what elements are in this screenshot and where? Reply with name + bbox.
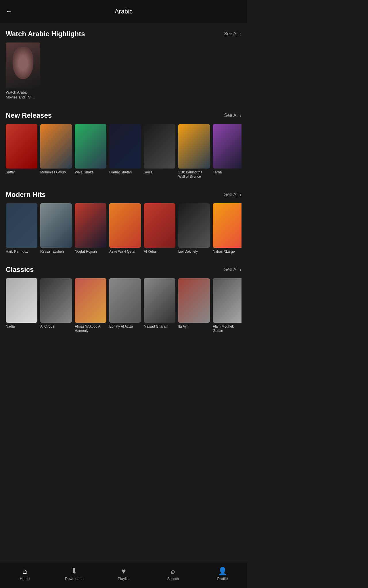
movie-poster-harb	[6, 203, 37, 248]
back-button[interactable]: ←	[6, 8, 12, 15]
movie-poster-alkebar	[144, 203, 175, 248]
nav-label-home: Home	[20, 577, 30, 581]
modern-hits-row: Harb KarmouzRsasa TayshehNoqtat RojouhAs…	[6, 203, 241, 254]
movie-title-nahas: Nahas XLarge	[213, 249, 241, 254]
movie-poster-luebat	[109, 124, 141, 169]
profile-icon: 👤	[218, 567, 227, 575]
highlight-poster	[6, 42, 40, 88]
new-releases-see-all[interactable]: See All	[224, 112, 241, 119]
nav-item-home[interactable]: ⌂Home	[13, 567, 36, 581]
movie-item-wala[interactable]: Wala Ghalta	[75, 124, 106, 179]
content-area: Watch Arabic Highlights See All Watch Ar…	[0, 23, 247, 367]
highlights-see-all[interactable]: See All	[224, 31, 241, 37]
movie-item-soula[interactable]: Soula	[144, 124, 175, 179]
nav-item-profile[interactable]: 👤Profile	[211, 567, 234, 581]
movie-item-ila[interactable]: Ila Ayn	[178, 278, 210, 333]
movie-poster-ebnaty	[109, 278, 141, 323]
highlights-row: Watch Arabic Movies and TV ...	[6, 42, 241, 100]
highlight-item[interactable]: Watch Arabic Movies and TV ...	[6, 42, 40, 100]
classics-header: Classics See All	[6, 266, 241, 274]
movie-title-soula: Soula	[144, 170, 175, 175]
movie-title-wala: Wala Ghalta	[75, 170, 106, 175]
new-releases-section: New Releases See All SattarMommies Group…	[0, 105, 247, 184]
classics-section: Classics See All NadiaAl CirqueAlmaz W A…	[0, 259, 247, 338]
highlights-section: Watch Arabic Highlights See All Watch Ar…	[0, 23, 247, 105]
page-title: Arabic	[115, 8, 133, 15]
movie-title-alkebar: Al Kebar	[144, 249, 175, 254]
movie-poster-mommies	[40, 124, 72, 169]
movie-title-sattar: Sattar	[6, 170, 37, 175]
nav-label-profile: Profile	[217, 577, 228, 581]
movie-item-liel[interactable]: Liel Dakhiely	[178, 203, 210, 254]
movie-item-mommies[interactable]: Mommies Group	[40, 124, 72, 179]
new-releases-header: New Releases See All	[6, 111, 241, 119]
movie-item-sattar[interactable]: Sattar	[6, 124, 37, 179]
nav-item-downloads[interactable]: ⬇Downloads	[63, 567, 86, 581]
movie-poster-farha	[213, 124, 241, 169]
movie-title-nadia: Nadia	[6, 324, 37, 329]
movie-item-luebat[interactable]: Luebat Shetan	[109, 124, 141, 179]
movie-title-rsasa: Rsasa Taysheh	[40, 249, 72, 254]
new-releases-title: New Releases	[6, 111, 52, 119]
nav-label-playlist: Playlist	[118, 577, 129, 581]
movie-item-rsasa[interactable]: Rsasa Taysheh	[40, 203, 72, 254]
search-icon: ⌕	[171, 567, 175, 575]
movie-item-alkebar[interactable]: Al Kebar	[144, 203, 175, 254]
movie-poster-soula	[144, 124, 175, 169]
movie-title-liel: Liel Dakhiely	[178, 249, 210, 254]
movie-item-farha[interactable]: Farha	[213, 124, 241, 179]
highlights-header: Watch Arabic Highlights See All	[6, 30, 241, 38]
movie-title-218: 218: Behind the Wall of Silence	[178, 170, 210, 179]
movie-title-cirque: Al Cirque	[40, 324, 72, 329]
movie-title-ila: Ila Ayn	[178, 324, 210, 329]
movie-item-218[interactable]: 218: Behind the Wall of Silence	[178, 124, 210, 179]
classics-see-all[interactable]: See All	[224, 266, 241, 273]
bottom-nav: ⌂Home⬇Downloads♥Playlist⌕Search👤Profile	[0, 562, 247, 588]
movie-poster-sattar	[6, 124, 37, 169]
modern-hits-section: Modern Hits See All Harb KarmouzRsasa Ta…	[0, 184, 247, 259]
movie-title-mommies: Mommies Group	[40, 170, 72, 175]
movie-poster-liel	[178, 203, 210, 248]
nav-label-search: Search	[167, 577, 179, 581]
nav-item-playlist[interactable]: ♥Playlist	[112, 567, 135, 581]
movie-title-luebat: Luebat Shetan	[109, 170, 141, 175]
page-header: ← Arabic	[0, 0, 247, 23]
home-icon: ⌂	[22, 567, 27, 575]
modern-hits-title: Modern Hits	[6, 191, 46, 199]
movie-title-noqtat: Noqtat Rojouh	[75, 249, 106, 254]
movie-title-farha: Farha	[213, 170, 241, 175]
movie-item-nadia[interactable]: Nadia	[6, 278, 37, 333]
movie-poster-ila	[178, 278, 210, 323]
movie-poster-mawad	[144, 278, 175, 323]
movie-poster-nahas	[213, 203, 241, 248]
movie-item-harb[interactable]: Harb Karmouz	[6, 203, 37, 254]
movie-poster-cirque	[40, 278, 72, 323]
new-releases-row: SattarMommies GroupWala GhaltaLuebat She…	[6, 124, 241, 179]
movie-title-harb: Harb Karmouz	[6, 249, 37, 254]
movie-item-nahas[interactable]: Nahas XLarge	[213, 203, 241, 254]
classics-row: NadiaAl CirqueAlmaz W Abdo Al HamoulyEbn…	[6, 278, 241, 333]
movie-title-alam: Alam Modhek Gedan	[213, 324, 241, 333]
movie-item-noqtat[interactable]: Noqtat Rojouh	[75, 203, 106, 254]
movie-poster-asad	[109, 203, 141, 248]
nav-item-search[interactable]: ⌕Search	[162, 567, 185, 581]
movie-poster-noqtat	[75, 203, 106, 248]
modern-hits-see-all[interactable]: See All	[224, 191, 241, 198]
movie-item-alam[interactable]: Alam Modhek Gedan	[213, 278, 241, 333]
movie-poster-wala	[75, 124, 106, 169]
modern-hits-header: Modern Hits See All	[6, 191, 241, 199]
nav-label-downloads: Downloads	[65, 577, 83, 581]
movie-item-asad[interactable]: Asad Wa 4 Qetat	[109, 203, 141, 254]
movie-poster-nadia	[6, 278, 37, 323]
movie-item-ebnaty[interactable]: Ebnaty Al Aziza	[109, 278, 141, 333]
movie-title-mawad: Mawad Gharam	[144, 324, 175, 329]
playlist-icon: ♥	[121, 567, 126, 575]
movie-poster-alam	[213, 278, 241, 323]
movie-poster-almaz	[75, 278, 106, 323]
movie-poster-218	[178, 124, 210, 169]
movie-title-asad: Asad Wa 4 Qetat	[109, 249, 141, 254]
movie-item-almaz[interactable]: Almaz W Abdo Al Hamouly	[75, 278, 106, 333]
movie-item-mawad[interactable]: Mawad Gharam	[144, 278, 175, 333]
movie-item-cirque[interactable]: Al Cirque	[40, 278, 72, 333]
movie-title-almaz: Almaz W Abdo Al Hamouly	[75, 324, 106, 333]
